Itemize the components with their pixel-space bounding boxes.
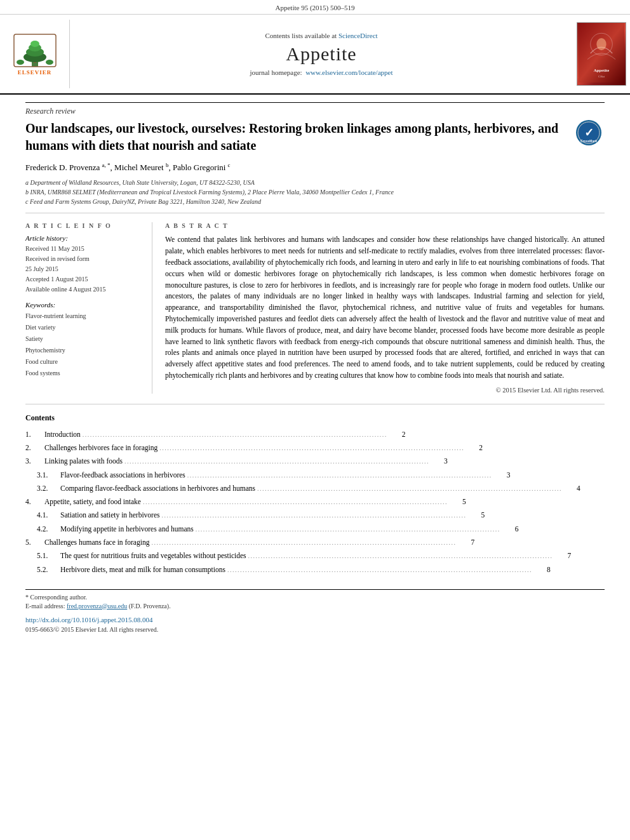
footer-section: * Corresponding author. E-mail address: … — [25, 589, 605, 633]
toc-item: 1.Introduction..........................… — [25, 428, 605, 441]
received-date: Received 11 May 2015 — [25, 244, 143, 254]
contents-title: Contents — [25, 413, 605, 423]
article-info-abstract-section: A R T I C L E I N F O Article history: R… — [25, 222, 605, 394]
keywords-title: Keywords: — [25, 301, 143, 309]
journal-cover-image: Appetite CHat — [573, 20, 630, 88]
contents-section: Contents 1.Introduction.................… — [25, 413, 605, 577]
email-label: E-mail address: — [25, 603, 65, 610]
svg-rect-9 — [579, 23, 625, 83]
keywords-block: Keywords: Flavor-nutrient learning Diet … — [25, 301, 143, 379]
copyright-line: © 2015 Elsevier Ltd. All rights reserved… — [165, 387, 605, 394]
elsevier-brand-text: ELSEVIER — [18, 69, 52, 76]
keyword-3: Satiety — [25, 333, 143, 345]
crossmark-badge: ✓ CrossMark — [576, 120, 605, 149]
homepage-line: journal homepage: www.elsevier.com/locat… — [250, 69, 392, 76]
affiliations-block: a Department of Wildland Resources, Utah… — [25, 178, 605, 213]
toc-item: 5.2.Herbivore diets, meat and milk for h… — [25, 563, 605, 577]
table-of-contents: 1.Introduction..........................… — [25, 428, 605, 577]
svg-point-5 — [30, 41, 39, 47]
email-author: (F.D. Provenza). — [129, 603, 171, 610]
keyword-1: Flavor-nutrient learning — [25, 310, 143, 322]
affiliation-b: b INRA, UMR868 SELMET (Mediterranean and… — [25, 187, 605, 197]
doi-link[interactable]: http://dx.doi.org/10.1016/j.appet.2015.0… — [25, 616, 605, 623]
toc-item: 3.2.Comparing flavor-feedback associatio… — [25, 482, 605, 495]
article-info-header: A R T I C L E I N F O — [25, 222, 143, 229]
email-link[interactable]: fred.provenza@usu.edu — [67, 603, 127, 610]
svg-text:CrossMark: CrossMark — [580, 139, 597, 143]
homepage-link[interactable]: www.elsevier.com/locate/appet — [305, 69, 392, 76]
keyword-4: Phytochemistry — [25, 345, 143, 356]
citation-bar: Appetite 95 (2015) 500–519 — [0, 0, 630, 15]
abstract-column: A B S T R A C T We contend that palates … — [165, 222, 605, 394]
toc-item: 4.Appetite, satiety, and food intake....… — [25, 495, 605, 509]
journal-title: Appetite — [286, 43, 356, 65]
article-title-text: Our landscapes, our livestock, ourselves… — [25, 121, 558, 152]
svg-text:CHat: CHat — [598, 75, 605, 78]
article-history-block: Article history: Received 11 May 2015 Re… — [25, 234, 143, 295]
history-title: Article history: — [25, 234, 143, 242]
svg-text:Appetite: Appetite — [594, 68, 610, 72]
toc-item: 4.2.Modifying appetite in herbivores and… — [25, 523, 605, 536]
citation-text: Appetite 95 (2015) 500–519 — [276, 4, 355, 11]
section-divider-1 — [25, 404, 605, 404]
article-type-label: Research review — [25, 102, 605, 116]
journal-header-center: Contents lists available at ScienceDirec… — [70, 20, 573, 88]
author-provenza: Frederick D. Provenza a, *, Michel Meure… — [25, 163, 231, 172]
keyword-6: Food systems — [25, 368, 143, 379]
accepted-date: Accepted 1 August 2015 — [25, 274, 143, 284]
svg-point-7 — [17, 60, 24, 65]
toc-item: 3.1.Flavor-feedback associations in herb… — [25, 469, 605, 482]
corresponding-author-note: * Corresponding author. — [25, 594, 605, 601]
svg-point-11 — [596, 38, 606, 50]
affiliation-c: c Feed and Farm Systems Group, DairyNZ, … — [25, 197, 605, 206]
main-content: Research review Our landscapes, our live… — [0, 95, 630, 646]
journal-header: ELSEVIER Contents lists available at Sci… — [0, 15, 630, 95]
toc-item: 2.Challenges herbivores face in foraging… — [25, 441, 605, 455]
elsevier-logo-block: ELSEVIER — [0, 20, 70, 88]
toc-item: 4.1.Satiation and satiety in herbivores.… — [25, 509, 605, 522]
contents-availability-line: Contents lists available at ScienceDirec… — [265, 32, 377, 39]
article-title-block: Our landscapes, our livestock, ourselves… — [25, 120, 605, 154]
toc-item: 5.Challenges humans face in foraging....… — [25, 536, 605, 549]
authors-line: Frederick D. Provenza a, *, Michel Meure… — [25, 162, 605, 173]
available-online-date: Available online 4 August 2015 — [25, 284, 143, 295]
svg-point-8 — [46, 60, 53, 65]
email-line: E-mail address: fred.provenza@usu.edu (F… — [25, 603, 605, 610]
abstract-header: A B S T R A C T — [165, 222, 605, 229]
received-revised-label: Received in revised form — [25, 254, 143, 264]
svg-text:✓: ✓ — [584, 126, 594, 139]
keyword-5: Food culture — [25, 356, 143, 368]
issn-line: 0195-6663/© 2015 Elsevier Ltd. All right… — [25, 626, 605, 633]
toc-item: 5.1.The quest for nutritious fruits and … — [25, 549, 605, 563]
keyword-2: Diet variety — [25, 322, 143, 333]
revised-date: 25 July 2015 — [25, 264, 143, 274]
crossmark-icon: ✓ CrossMark — [576, 120, 601, 145]
elsevier-tree-icon — [13, 33, 57, 68]
cover-thumbnail: Appetite CHat — [577, 22, 626, 86]
abstract-text: We contend that palates link herbivores … — [165, 234, 605, 382]
sciencedirect-link[interactable]: ScienceDirect — [338, 32, 378, 39]
affiliation-a: a Department of Wildland Resources, Utah… — [25, 178, 605, 187]
article-info-column: A R T I C L E I N F O Article history: R… — [25, 222, 152, 394]
toc-item: 3.Linking palates with foods............… — [25, 455, 605, 468]
